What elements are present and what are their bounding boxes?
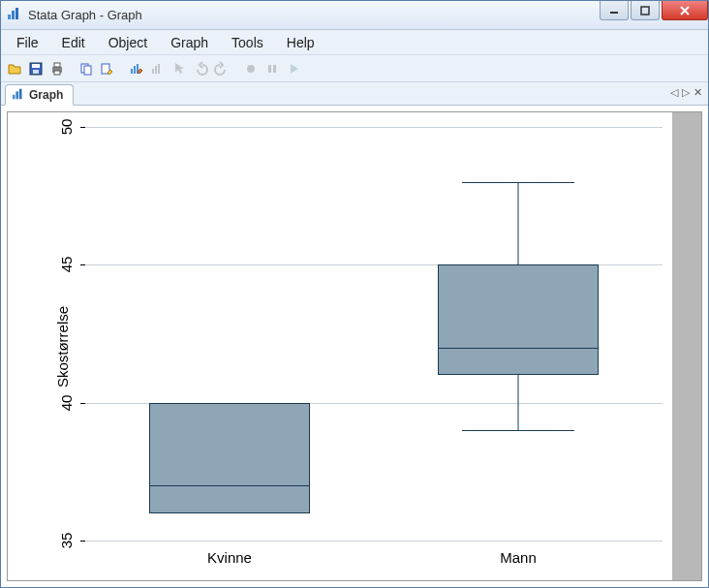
x-tick-label: Mann	[500, 549, 537, 566]
record-icon[interactable]	[241, 59, 261, 78]
open-icon[interactable]	[5, 59, 24, 78]
toolbar	[1, 55, 708, 82]
svg-rect-9	[33, 70, 39, 74]
menu-tools[interactable]: Tools	[222, 32, 273, 53]
menubar: File Edit Object Graph Tools Help	[1, 30, 708, 55]
plot-area: 35404550KvinneMann	[85, 127, 663, 542]
median-line	[438, 348, 600, 349]
menu-file[interactable]: File	[7, 32, 48, 53]
tab-next-icon[interactable]: ▷	[682, 86, 690, 99]
svg-rect-21	[158, 64, 160, 74]
titlebar: Stata Graph - Graph	[1, 1, 708, 30]
svg-rect-0	[8, 15, 11, 19]
right-gutter	[672, 112, 701, 580]
svg-rect-4	[641, 7, 649, 15]
svg-rect-20	[155, 66, 157, 74]
menu-object[interactable]: Object	[99, 32, 157, 53]
content-area: Skostørrelse 35404550KvinneMann	[1, 106, 708, 587]
svg-rect-11	[54, 63, 60, 67]
y-tick-label: 35	[58, 531, 75, 550]
redo-icon[interactable]	[212, 59, 231, 78]
box-Mann	[438, 127, 600, 541]
tabstrip: Graph ◁ ▷ ✕	[1, 82, 708, 106]
window-controls	[598, 1, 708, 29]
box-Kvinne	[149, 127, 311, 541]
svg-rect-19	[152, 69, 154, 74]
print-icon[interactable]	[47, 59, 67, 78]
y-tick-label: 40	[58, 393, 75, 413]
play-icon[interactable]	[284, 59, 303, 78]
grid-line	[85, 541, 663, 542]
svg-rect-1	[12, 11, 15, 19]
graph-frame: Skostørrelse 35404550KvinneMann	[7, 111, 702, 581]
svg-rect-23	[268, 65, 271, 73]
svg-rect-25	[13, 94, 15, 98]
svg-rect-14	[84, 66, 91, 75]
bar-chart-icon	[12, 87, 25, 104]
tab-graph[interactable]: Graph	[5, 84, 74, 106]
y-axis-label: Skostørrelse	[54, 305, 71, 387]
svg-rect-2	[15, 8, 18, 19]
svg-rect-12	[54, 71, 60, 75]
app-icon	[7, 6, 22, 25]
median-line	[149, 485, 311, 486]
svg-rect-17	[134, 66, 136, 74]
undo-icon[interactable]	[191, 59, 210, 78]
tab-prev-icon[interactable]: ◁	[670, 86, 678, 99]
pause-icon[interactable]	[262, 59, 282, 78]
close-button[interactable]	[662, 1, 708, 20]
menu-edit[interactable]: Edit	[52, 32, 95, 53]
window-title: Stata Graph - Graph	[28, 8, 142, 22]
whisker-lower	[462, 430, 575, 431]
edit-graph-icon[interactable]	[127, 59, 146, 78]
whisker-upper	[462, 182, 575, 183]
svg-rect-24	[273, 65, 276, 73]
tab-close-icon[interactable]: ✕	[694, 86, 702, 99]
copy-icon[interactable]	[77, 59, 96, 78]
svg-rect-27	[19, 88, 22, 99]
svg-point-22	[247, 65, 255, 73]
graph-canvas: Skostørrelse 35404550KvinneMann	[8, 112, 672, 580]
save-icon[interactable]	[26, 59, 46, 78]
svg-rect-16	[131, 69, 133, 74]
svg-rect-8	[32, 64, 40, 68]
minimize-button[interactable]	[600, 1, 629, 20]
maximize-button[interactable]	[631, 1, 660, 20]
box-rect	[149, 403, 311, 513]
save-graph-icon[interactable]	[148, 59, 168, 78]
svg-rect-26	[15, 91, 18, 99]
y-tick-label: 50	[58, 117, 75, 137]
x-tick-label: Kvinne	[207, 549, 252, 566]
menu-graph[interactable]: Graph	[161, 32, 218, 53]
box-rect	[438, 264, 600, 375]
y-tick-label: 45	[58, 255, 75, 274]
app-window: Stata Graph - Graph File Edit Object Gra…	[0, 0, 709, 588]
tab-label: Graph	[29, 88, 63, 102]
menu-help[interactable]: Help	[277, 32, 324, 53]
pointer-icon[interactable]	[170, 59, 189, 78]
rename-icon[interactable]	[98, 59, 117, 78]
